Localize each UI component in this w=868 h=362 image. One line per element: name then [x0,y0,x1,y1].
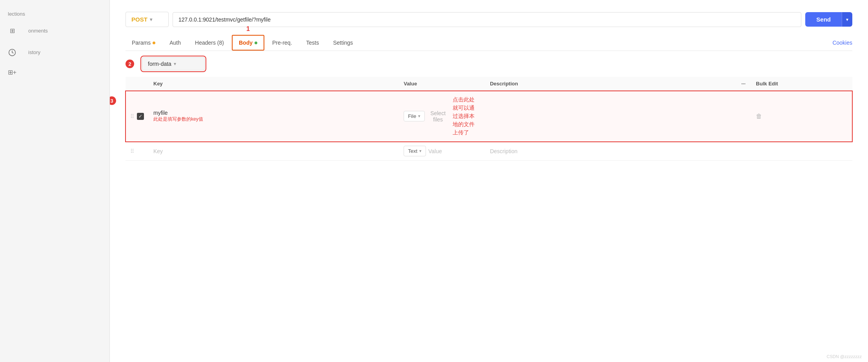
row1-actions: ⠿ ✓ [126,91,149,142]
row2-type-label: Text [408,148,417,154]
tab-params[interactable]: Params [126,36,162,50]
cookies-link[interactable]: Cookies [832,36,852,50]
sidebar-collections-label: lections [0,8,109,20]
row1-description-cell[interactable] [485,91,735,142]
row2-actions: ⠿ [126,142,149,161]
body-options-row: 2 form-data ▾ [126,57,852,71]
tab-tests[interactable]: Tests [300,36,326,50]
tab-auth[interactable]: Auth [163,36,187,50]
row2-value-area: Text ▾ [404,146,480,156]
send-button-group: Send ▾ [805,12,852,27]
row2-more-cell [735,142,751,161]
row2-delete-cell [751,142,852,161]
body-type-selector[interactable]: form-data ▾ [142,57,205,71]
row1-value-cell: File ▾ Select files 点击此处就可以通过选择本地的文件上传了 [399,91,485,142]
row2-value-input[interactable] [428,148,480,154]
row2-type-selector[interactable]: Text ▾ [404,146,426,156]
row1-checkbox[interactable]: ✓ [137,113,144,120]
row1-description-input[interactable] [490,113,731,119]
url-input[interactable] [173,12,801,27]
sidebar-environments-label: onments [20,25,56,37]
method-chevron-icon: ▾ [150,17,152,22]
row1-key-value: myfile [153,110,394,116]
select-files-button[interactable]: Select files [427,109,449,124]
sidebar-history-label: istory [20,46,48,58]
row1-key-hint: 此处是填写参数的key值 [153,116,394,123]
main-content: POST ▾ Send ▾ Params Auth Headers (8) [110,0,868,362]
send-dropdown-button[interactable]: ▾ [842,12,852,27]
row1-more-cell [735,91,751,142]
row1-type-label: File [408,113,416,119]
table-container: 3 Key Value Description ··· Bulk Edit [126,77,852,161]
body-type-label: form-data [148,61,171,67]
row2-description-cell[interactable] [485,142,735,161]
row1-delete-cell: 🗑 [751,91,852,142]
row1-value-area: File ▾ Select files 点击此处就可以通过选择本地的文件上传了 [404,95,480,138]
drag-handle-icon[interactable]: ⠿ [130,113,134,119]
th-key: Key [149,77,399,91]
row2-key-input[interactable] [153,148,394,154]
tab-headers[interactable]: Headers (8) [189,36,230,50]
row2-key-cell[interactable] [149,142,399,161]
tabs-row: Params Auth Headers (8) 1 Body Pre-req. … [126,35,852,51]
row1-action-group: ⠿ ✓ [130,113,144,120]
annotation-1-label: 1 [246,25,250,33]
body-type-chevron-icon: ▾ [174,61,176,67]
tab-body[interactable]: 1 Body [232,35,264,51]
params-dot [153,42,155,44]
row1-type-selector[interactable]: File ▾ [404,111,425,121]
row2-type-chevron-icon: ▾ [419,148,422,154]
th-description: Description [485,77,735,91]
sidebar-item-history[interactable]: istory [0,42,109,63]
annotation-3-badge: 3 [110,96,116,105]
row1-key-area: myfile 此处是填写参数的key值 [153,110,394,123]
sidebar-item-api-library[interactable]: ⊞+ [0,63,109,81]
row2-description-input[interactable] [490,148,731,154]
row1-type-chevron-icon: ▾ [418,114,420,119]
body-dot [255,42,257,44]
tab-settings[interactable]: Settings [327,36,359,50]
request-bar: POST ▾ Send ▾ [126,12,852,27]
delete-row1-icon[interactable]: 🗑 [756,113,762,119]
table-row: ⠿ ✓ myfile 此处是填写参数的key值 [126,91,852,142]
th-value: Value [399,77,485,91]
th-more: ··· [735,77,751,91]
table-row: ⠿ Text ▾ [126,142,852,161]
params-table: Key Value Description ··· Bulk Edit ⠿ ✓ [126,77,852,161]
th-actions [126,77,149,91]
method-selector[interactable]: POST ▾ [126,12,169,27]
row1-key-cell: myfile 此处是填写参数的key值 [149,91,399,142]
sidebar: lections ⊞ onments istory ⊞+ [0,0,110,362]
history-icon [8,48,16,57]
annotation-2-badge: 2 [126,60,134,68]
method-label: POST [131,16,147,23]
row2-action-group: ⠿ [130,148,144,154]
th-bulk-edit: Bulk Edit [751,77,852,91]
environments-icon: ⊞ [8,27,16,35]
api-library-icon: ⊞+ [8,68,16,76]
tab-prereq[interactable]: Pre-req. [266,36,298,50]
row2-value-cell: Text ▾ [399,142,485,161]
send-button[interactable]: Send [805,12,842,27]
row1-callout-text: 点击此处就可以通过选择本地的文件上传了 [451,95,480,138]
sidebar-item-environments[interactable]: ⊞ onments [0,20,109,42]
drag-handle-icon[interactable]: ⠿ [130,148,134,154]
footer-credit: CSDN @zzzzzzzz [827,354,862,359]
